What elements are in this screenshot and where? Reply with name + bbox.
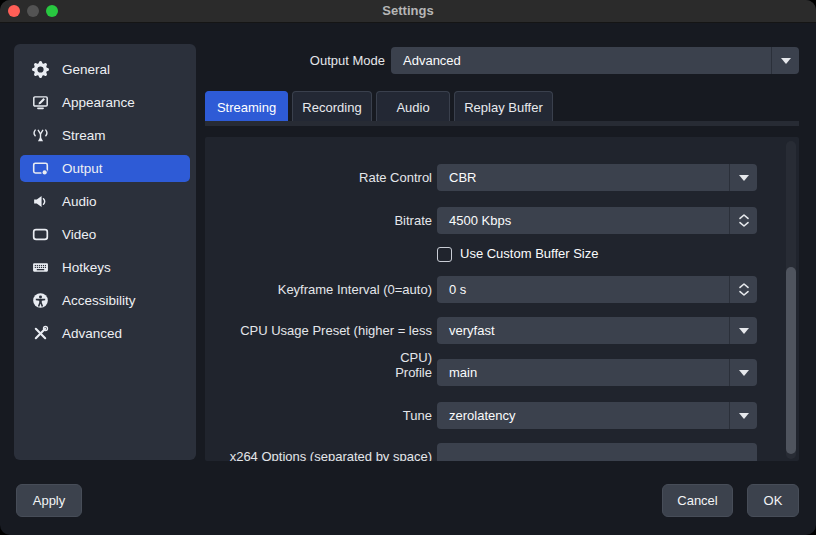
zoom-button[interactable]: [46, 5, 58, 17]
apply-button[interactable]: Apply: [16, 484, 82, 517]
tune-value: zerolatency: [449, 402, 515, 429]
streaming-settings-panel: Rate Control CBR Bitrate 4500 Kbps Use C…: [205, 137, 799, 461]
rate-control-value: CBR: [449, 164, 476, 191]
sidebar-item-label: Audio: [62, 194, 97, 209]
sidebar-item-stream[interactable]: Stream: [20, 119, 190, 152]
cancel-button[interactable]: Cancel: [662, 484, 733, 517]
output-mode-select[interactable]: Advanced: [391, 47, 799, 74]
bitrate-label: Bitrate: [205, 207, 432, 234]
bitrate-spinner[interactable]: 4500 Kbps: [437, 207, 757, 234]
x264-options-label: x264 Options (separated by space): [205, 443, 432, 461]
use-custom-buffer-size-checkbox[interactable]: [437, 247, 452, 262]
use-custom-buffer-size-label: Use Custom Buffer Size: [460, 246, 598, 262]
tab-replay-buffer[interactable]: Replay Buffer: [454, 91, 553, 122]
sidebar-item-output[interactable]: Output: [20, 155, 190, 182]
sidebar-item-label: Accessibility: [62, 293, 136, 308]
settings-sidebar: General Appearance Stream Output Audio V…: [14, 44, 196, 460]
tab-pane-border: [205, 121, 799, 126]
sidebar-item-general[interactable]: General: [20, 53, 190, 86]
keyframe-interval-spinner[interactable]: 0 s: [437, 276, 757, 303]
cpu-usage-preset-label: CPU Usage Preset (higher = less CPU): [205, 317, 432, 344]
chevron-down-icon: [729, 317, 757, 344]
sidebar-item-appearance[interactable]: Appearance: [20, 86, 190, 119]
output-mode-value: Advanced: [403, 47, 461, 74]
sidebar-item-label: Output: [62, 161, 103, 176]
tab-streaming[interactable]: Streaming: [205, 91, 288, 122]
rate-control-select[interactable]: CBR: [437, 164, 757, 191]
appearance-icon: [32, 94, 49, 111]
video-icon: [32, 226, 49, 243]
sidebar-item-label: Advanced: [62, 326, 122, 341]
settings-window: Settings General Appearance Stream Outpu…: [0, 0, 816, 535]
chevron-down-icon: [729, 164, 757, 191]
bitrate-value: 4500 Kbps: [449, 207, 511, 234]
sidebar-item-video[interactable]: Video: [20, 218, 190, 251]
tab-recording[interactable]: Recording: [292, 91, 372, 122]
spinner-arrows-icon[interactable]: [729, 276, 757, 303]
chevron-down-icon: [771, 47, 799, 74]
profile-value: main: [449, 359, 477, 386]
sidebar-item-label: Stream: [62, 128, 106, 143]
tune-select[interactable]: zerolatency: [437, 402, 757, 429]
stream-icon: [32, 127, 49, 144]
scrollbar-thumb[interactable]: [786, 267, 796, 454]
window-title: Settings: [0, 0, 816, 22]
titlebar: Settings: [0, 0, 816, 23]
accessibility-icon: [32, 292, 49, 309]
profile-label: Profile: [205, 359, 432, 386]
keyframe-interval-value: 0 s: [449, 276, 466, 303]
chevron-down-icon: [729, 402, 757, 429]
rate-control-label: Rate Control: [205, 164, 432, 191]
output-tabs: Streaming Recording Audio Replay Buffer: [205, 91, 557, 122]
tab-audio[interactable]: Audio: [376, 91, 450, 122]
hotkeys-icon: [32, 259, 49, 276]
close-button[interactable]: [8, 5, 20, 17]
cpu-usage-preset-select[interactable]: veryfast: [437, 317, 757, 344]
sidebar-item-advanced[interactable]: Advanced: [20, 317, 190, 350]
output-mode-label: Output Mode: [200, 47, 385, 74]
sidebar-item-hotkeys[interactable]: Hotkeys: [20, 251, 190, 284]
ok-button[interactable]: OK: [747, 484, 799, 517]
sidebar-item-label: General: [62, 62, 110, 77]
tune-label: Tune: [205, 402, 432, 429]
output-icon: [32, 160, 49, 177]
x264-options-input[interactable]: [437, 443, 757, 461]
gear-icon: [32, 61, 49, 78]
sidebar-item-label: Appearance: [62, 95, 135, 110]
sidebar-item-accessibility[interactable]: Accessibility: [20, 284, 190, 317]
audio-icon: [32, 193, 49, 210]
minimize-button: [27, 5, 39, 17]
chevron-down-icon: [729, 359, 757, 386]
profile-select[interactable]: main: [437, 359, 757, 386]
sidebar-item-label: Video: [62, 227, 96, 242]
cpu-usage-preset-value: veryfast: [449, 317, 495, 344]
keyframe-interval-label: Keyframe Interval (0=auto): [205, 276, 432, 303]
advanced-icon: [32, 325, 49, 342]
spinner-arrows-icon[interactable]: [729, 207, 757, 234]
vertical-scrollbar[interactable]: [786, 141, 796, 459]
sidebar-item-audio[interactable]: Audio: [20, 185, 190, 218]
sidebar-item-label: Hotkeys: [62, 260, 111, 275]
